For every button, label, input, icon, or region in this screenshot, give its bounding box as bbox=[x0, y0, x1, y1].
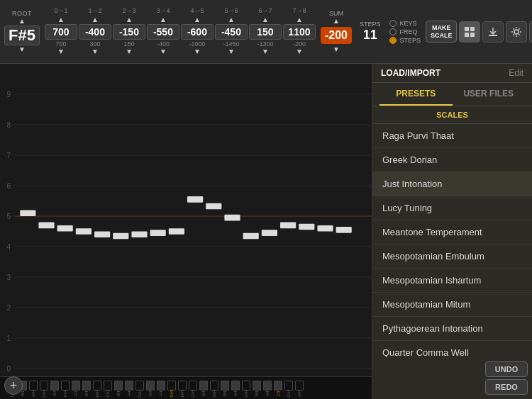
edit-button[interactable]: Edit bbox=[509, 68, 523, 78]
piano-key[interactable]: E4 bbox=[82, 381, 92, 395]
step-down-7[interactable]: ▼ bbox=[294, 47, 305, 56]
sum-down-btn[interactable]: ▼ bbox=[331, 45, 342, 54]
piano-key[interactable]: G#4 bbox=[241, 381, 251, 395]
piano-key[interactable]: L5 bbox=[273, 381, 283, 395]
scale-item[interactable]: Mesopotamian Mitum bbox=[372, 293, 532, 317]
step-sub-7: -200 bbox=[293, 40, 306, 47]
step-up-0[interactable]: ▲ bbox=[55, 16, 67, 24]
piano-key[interactable]: G4 bbox=[145, 381, 155, 395]
step-down-3[interactable]: ▼ bbox=[157, 47, 169, 56]
scale-item[interactable]: Lucy Tuning bbox=[372, 196, 532, 220]
piano-key[interactable]: G#4 bbox=[209, 381, 219, 395]
piano-key[interactable]: G#4 bbox=[135, 381, 145, 395]
svg-rect-0 bbox=[465, 27, 469, 31]
svg-rect-32 bbox=[57, 225, 73, 232]
piano-key[interactable]: D#4 bbox=[92, 381, 102, 395]
root-down-btn[interactable]: ▼ bbox=[16, 45, 28, 54]
piano-key[interactable]: F#4 bbox=[60, 381, 70, 395]
step-up-6[interactable]: ▲ bbox=[260, 16, 271, 24]
piano-key[interactable]: C#4 bbox=[103, 381, 113, 395]
piano-key[interactable]: G4 bbox=[50, 381, 60, 395]
step-down-2[interactable]: ▼ bbox=[123, 47, 135, 56]
radio-steps-dot bbox=[389, 37, 397, 44]
piano-key[interactable]: A#4 bbox=[28, 381, 38, 395]
make-scale-button[interactable]: MAKE SCALE bbox=[426, 21, 458, 43]
piano-key[interactable]: B4 bbox=[220, 381, 230, 395]
scale-item[interactable]: Greek Dorian bbox=[372, 148, 532, 172]
grid-view-btn[interactable] bbox=[459, 21, 480, 43]
piano-key[interactable]: G#4 bbox=[39, 381, 49, 395]
step-value-5[interactable]: -450 bbox=[215, 24, 248, 40]
load-import-button[interactable]: LOAD/IMPORT bbox=[381, 68, 440, 78]
redo-button[interactable]: REDO bbox=[485, 379, 528, 395]
step-value-7[interactable]: 1100 bbox=[283, 24, 316, 40]
undo-button[interactable]: UNDO bbox=[485, 361, 528, 377]
step-down-1[interactable]: ▼ bbox=[89, 47, 101, 56]
steps-section: STEPS 11 bbox=[360, 21, 381, 43]
scales-header: SCALES bbox=[372, 106, 532, 124]
step-value-2[interactable]: -150 bbox=[113, 24, 145, 40]
step-sub-5: -1450 bbox=[223, 40, 239, 47]
step-header-6: 6→7 bbox=[258, 7, 272, 14]
scale-item[interactable]: Just Intonation bbox=[372, 172, 532, 196]
step-value-0[interactable]: 700 bbox=[45, 24, 77, 40]
step-down-5[interactable]: ▼ bbox=[226, 47, 237, 56]
piano-key[interactable]: C#5 bbox=[167, 381, 177, 395]
scale-item[interactable]: Pythagoerean Intonation bbox=[372, 317, 532, 341]
piano-key[interactable]: D#5 bbox=[177, 381, 187, 395]
step-value-3[interactable]: -550 bbox=[147, 24, 179, 40]
icon-group: i bbox=[459, 21, 532, 43]
chart-area: 9 8 7 6 5 4 3 2 1 0 -1 bbox=[0, 64, 372, 399]
step-up-4[interactable]: ▲ bbox=[192, 16, 203, 24]
scale-item[interactable]: Quarter Comma Well Temperament bbox=[372, 341, 532, 357]
piano-key[interactable]: E4 bbox=[199, 381, 209, 395]
step-down-6[interactable]: ▼ bbox=[260, 47, 271, 56]
step-header-5: 5→6 bbox=[224, 7, 238, 14]
step-up-1[interactable]: ▲ bbox=[89, 16, 101, 24]
radio-keys[interactable]: KEYS bbox=[389, 20, 421, 27]
step-header-4: 4→5 bbox=[190, 7, 204, 14]
piano-key[interactable]: B4 bbox=[113, 381, 123, 395]
svg-text:1: 1 bbox=[7, 335, 11, 342]
piano-key[interactable]: A4 bbox=[231, 381, 240, 395]
step-up-2[interactable]: ▲ bbox=[123, 16, 135, 24]
radio-steps[interactable]: STEPS bbox=[389, 37, 421, 44]
step-down-4[interactable]: ▼ bbox=[192, 47, 203, 56]
step-down-0[interactable]: ▼ bbox=[55, 47, 67, 56]
piano-key[interactable]: G#4 bbox=[284, 381, 294, 395]
piano-key[interactable]: B4 bbox=[252, 381, 262, 395]
step-value-4[interactable]: -600 bbox=[181, 24, 214, 40]
root-up-btn[interactable]: ▲ bbox=[16, 17, 28, 26]
scale-item[interactable]: Mesopotamian Ishartum bbox=[372, 269, 532, 293]
tab-user-files[interactable]: USER FILES bbox=[453, 83, 526, 106]
settings-btn[interactable] bbox=[506, 21, 527, 43]
step-header-2: 2→3 bbox=[122, 7, 135, 14]
step-up-7[interactable]: ▲ bbox=[294, 16, 305, 24]
piano-key[interactable]: A#4 bbox=[294, 381, 304, 395]
piano-bar: C#5B4A#4G#4G4F#4F4E4D#4C#4B4A4G#4G4F4C#5… bbox=[0, 376, 372, 399]
scale-item[interactable]: Meantone Temperament bbox=[372, 220, 532, 245]
step-sub-0: 700 bbox=[55, 40, 66, 47]
info-btn[interactable]: i bbox=[529, 21, 532, 43]
tab-presets[interactable]: PRESETS bbox=[379, 83, 453, 106]
export-btn[interactable] bbox=[482, 21, 504, 43]
step-up-3[interactable]: ▲ bbox=[157, 16, 169, 24]
scale-item[interactable]: Raga Purvi Thaat bbox=[372, 124, 532, 148]
piano-key[interactable]: F4 bbox=[71, 381, 81, 395]
piano-key[interactable]: A4 bbox=[124, 381, 134, 395]
step-up-5[interactable]: ▲ bbox=[226, 16, 237, 24]
radio-freq[interactable]: FREQ bbox=[389, 28, 421, 35]
radio-freq-label: FREQ bbox=[399, 28, 417, 35]
piano-key[interactable]: G#5 bbox=[188, 381, 198, 395]
piano-key[interactable]: A4 bbox=[262, 381, 272, 395]
step-value-6[interactable]: 150 bbox=[249, 24, 282, 40]
scale-item[interactable]: Mesopotamian Embulum bbox=[372, 245, 532, 269]
sum-up-btn[interactable]: ▲ bbox=[331, 17, 342, 26]
step-sub-3: -400 bbox=[157, 40, 170, 47]
step-value-1[interactable]: -400 bbox=[79, 24, 111, 40]
sum-value[interactable]: -200 bbox=[321, 27, 352, 44]
add-button[interactable]: + bbox=[4, 376, 23, 395]
step-col-3: 3→4 ▲ -550 -400 ▼ bbox=[147, 7, 179, 56]
radio-keys-dot bbox=[389, 20, 397, 27]
piano-key[interactable]: F4 bbox=[156, 381, 166, 395]
